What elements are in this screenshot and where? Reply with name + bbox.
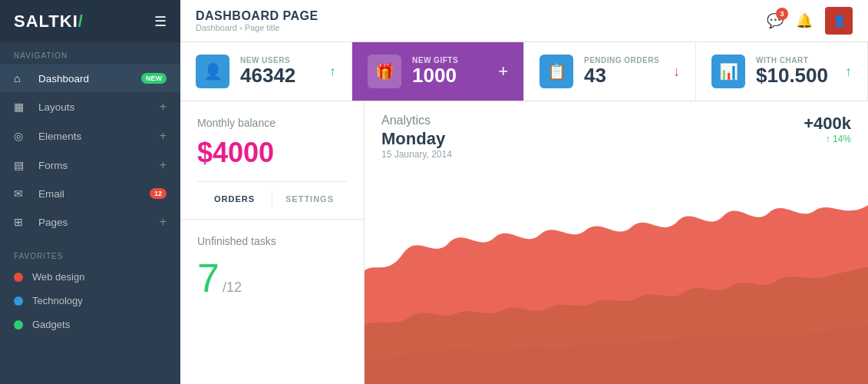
analytics-date: 15 Jaunary, 2014 [381, 149, 452, 160]
tasks-label: Unfinished tasks [197, 235, 347, 247]
sidebar-item-label: Pages [38, 217, 160, 228]
stat-card-new-gifts: 🎁 NEW GIFTS 1000 + [352, 42, 524, 101]
balance-label: Monthly balance [197, 117, 347, 129]
panels: Monthly balance $4000 ORDERS SETTINGS Un… [180, 101, 868, 384]
analytics-big-value: +400k [804, 114, 851, 134]
breadcrumb-current: Page title [245, 23, 280, 32]
forms-icon: ▤ [14, 159, 29, 171]
pending-orders-icon: 📋 [540, 55, 573, 88]
fav-label-gadgets: Gadgets [32, 319, 70, 330]
page-title: DASHBOARD PAGE [196, 9, 767, 23]
sidebar-logo-area: SALTKI/ ☰ [0, 0, 180, 42]
plus-icon: + [160, 215, 167, 229]
pending-orders-arrow: ↓ [673, 64, 680, 80]
fav-dot-technology [14, 296, 23, 306]
plus-icon: + [160, 158, 167, 172]
avatar-image: 👤 [833, 15, 846, 27]
with-chart-arrow: ↑ [845, 64, 852, 80]
fav-item-technology[interactable]: Technology [0, 289, 180, 313]
sidebar-item-label: Elements [38, 131, 160, 142]
sidebar-item-dashboard[interactable]: ⌂ Dashboard NEW [0, 65, 180, 92]
pending-orders-value: 43 [584, 65, 662, 87]
balance-tabs: ORDERS SETTINGS [197, 181, 347, 207]
email-icon: ✉ [14, 187, 29, 200]
sidebar-item-label: Layouts [38, 101, 160, 113]
analytics-stat: +400k ↑ 14% [804, 114, 851, 144]
topbar-icons: 💬 3 🔔 👤 [767, 7, 853, 35]
stat-card-with-chart: 📊 WITH CHART $10.500 ↑ [696, 42, 868, 101]
bell-icon: 🔔 [796, 13, 813, 28]
messages-button[interactable]: 💬 3 [767, 12, 784, 29]
new-users-icon: 👤 [196, 55, 229, 88]
email-badge: 12 [150, 188, 167, 199]
logo-accent: / [78, 12, 84, 31]
orders-tab[interactable]: ORDERS [197, 191, 272, 207]
breadcrumb: Dashboard › Page title [196, 23, 767, 32]
tasks-card: Unfinished tasks 7 /12 [180, 220, 364, 384]
fav-label-webdesign: Web design [32, 271, 84, 283]
bell-button[interactable]: 🔔 [796, 12, 813, 29]
new-gifts-info: NEW GIFTS 1000 [412, 56, 487, 87]
new-users-info: NEW USERS 46342 [240, 56, 318, 87]
left-panel: Monthly balance $4000 ORDERS SETTINGS Un… [180, 101, 365, 384]
analytics-pct: ↑ 14% [804, 134, 851, 144]
topbar-title-area: DASHBOARD PAGE Dashboard › Page title [196, 9, 767, 32]
fav-label-technology: Technology [32, 295, 83, 306]
sidebar-item-label: Forms [38, 160, 160, 171]
tasks-value-wrap: 7 /12 [197, 258, 347, 298]
favorites-section-label: FAVORITES [0, 243, 180, 265]
home-icon: ⌂ [14, 72, 29, 84]
sidebar-item-elements[interactable]: ◎ Elements + [0, 121, 180, 151]
plus-icon: + [160, 129, 167, 143]
fav-item-webdesign[interactable]: Web design [0, 265, 180, 289]
breadcrumb-home: Dashboard [196, 23, 237, 32]
tasks-value: 7 [197, 258, 219, 298]
area-chart-svg [365, 167, 868, 384]
new-users-value: 46342 [240, 65, 318, 87]
with-chart-info: WITH CHART $10.500 [756, 56, 834, 87]
new-gifts-icon: 🎁 [368, 55, 401, 88]
analytics-day: Monday [381, 129, 452, 149]
with-chart-icon: 📊 [711, 55, 745, 88]
pending-orders-info: PENDING ORDERS 43 [584, 56, 662, 87]
layouts-icon: ▦ [14, 101, 29, 113]
balance-value: $4000 [197, 137, 347, 169]
balance-card: Monthly balance $4000 ORDERS SETTINGS [180, 101, 364, 220]
sidebar-item-forms[interactable]: ▤ Forms + [0, 151, 180, 180]
sidebar-item-label: Email [38, 188, 150, 200]
sidebar-item-email[interactable]: ✉ Email 12 [0, 180, 180, 207]
analytics-panel: Analytics Monday 15 Jaunary, 2014 +400k … [365, 101, 868, 384]
pages-icon: ⊞ [14, 216, 29, 228]
new-gifts-value: 1000 [412, 65, 487, 87]
avatar[interactable]: 👤 [825, 7, 853, 35]
stat-cards-row: 👤 NEW USERS 46342 ↑ 🎁 NEW GIFTS 1000 + [180, 42, 868, 101]
new-users-arrow: ↑ [329, 64, 336, 80]
settings-tab[interactable]: SETTINGS [272, 191, 347, 207]
plus-icon: + [160, 100, 167, 114]
new-badge: NEW [141, 73, 167, 84]
messages-badge: 3 [776, 8, 788, 20]
new-gifts-arrow: + [498, 61, 508, 81]
tasks-total: /12 [223, 280, 242, 296]
sidebar-item-pages[interactable]: ⊞ Pages + [0, 207, 180, 237]
nav-section-label: NAVIGATION [0, 42, 180, 65]
with-chart-value: $10.500 [756, 65, 834, 87]
breadcrumb-arrow: › [239, 23, 245, 32]
sidebar-item-label: Dashboard [38, 73, 141, 84]
logo: SALTKI/ [14, 12, 84, 31]
fav-item-gadgets[interactable]: Gadgets [0, 313, 180, 336]
analytics-pct-value: ↑ 14% [826, 134, 851, 144]
elements-icon: ◎ [14, 130, 29, 142]
hamburger-icon[interactable]: ☰ [154, 13, 167, 30]
stat-card-pending-orders: 📋 PENDING ORDERS 43 ↓ [524, 42, 696, 101]
analytics-info: Analytics Monday 15 Jaunary, 2014 [381, 114, 452, 160]
area-chart [365, 167, 868, 384]
content: 👤 NEW USERS 46342 ↑ 🎁 NEW GIFTS 1000 + [180, 42, 868, 384]
sidebar-item-layouts[interactable]: ▦ Layouts + [0, 92, 180, 121]
topbar: DASHBOARD PAGE Dashboard › Page title 💬 … [180, 0, 868, 42]
fav-dot-webdesign [14, 273, 23, 282]
fav-dot-gadgets [14, 320, 23, 329]
stat-card-new-users: 👤 NEW USERS 46342 ↑ [180, 42, 352, 101]
sidebar: SALTKI/ ☰ NAVIGATION ⌂ Dashboard NEW ▦ L… [0, 0, 180, 384]
analytics-title: Analytics [381, 114, 452, 127]
